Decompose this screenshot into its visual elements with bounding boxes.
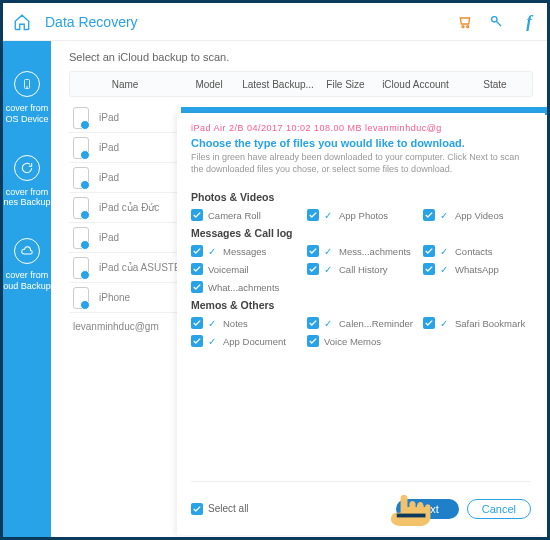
th-account[interactable]: iCloud Account bbox=[373, 79, 458, 90]
device-icon bbox=[73, 287, 89, 309]
th-name[interactable]: Name bbox=[70, 79, 180, 90]
file-type-option[interactable]: ✓App Photos bbox=[307, 209, 415, 221]
group-title: Messages & Call log bbox=[191, 227, 531, 239]
th-model[interactable]: Model bbox=[180, 79, 238, 90]
th-latest[interactable]: Latest Backup... bbox=[238, 79, 318, 90]
row-name: iPad bbox=[99, 112, 119, 123]
file-type-option[interactable]: Voicemail bbox=[191, 263, 299, 275]
file-type-option[interactable]: ✓Mess...achments bbox=[307, 245, 415, 257]
cancel-button[interactable]: Cancel bbox=[467, 499, 531, 519]
svg-point-4 bbox=[27, 87, 28, 88]
checkbox-icon bbox=[423, 317, 435, 329]
sidebar-item-icloud-backup[interactable]: cover from oud Backup bbox=[3, 238, 51, 292]
body: cover from OS Device cover from nes Back… bbox=[3, 41, 547, 537]
file-type-option[interactable]: ✓Contacts bbox=[423, 245, 531, 257]
option-label: WhatsApp bbox=[455, 264, 499, 275]
file-type-option[interactable]: ✓Calen...Reminder bbox=[307, 317, 415, 329]
downloaded-tick-icon: ✓ bbox=[208, 246, 216, 257]
file-type-option[interactable]: ✓Call History bbox=[307, 263, 415, 275]
dialog-subtitle: Files in green have already been downloa… bbox=[191, 152, 531, 175]
downloaded-tick-icon: ✓ bbox=[440, 246, 448, 257]
table-header: Name Model Latest Backup... File Size iC… bbox=[69, 71, 533, 97]
next-button[interactable]: Next bbox=[396, 499, 459, 519]
downloaded-tick-icon: ✓ bbox=[440, 318, 448, 329]
file-type-option[interactable]: ✓WhatsApp bbox=[423, 263, 531, 275]
checkbox-icon bbox=[191, 317, 203, 329]
dialog-footer: Select all Next Cancel bbox=[191, 481, 531, 525]
instruction-text: Select an iCloud backup to scan. bbox=[69, 51, 533, 63]
download-dialog: iPad Air 2/B 04/2017 10:02 108.00 MB lev… bbox=[177, 113, 545, 535]
downloaded-tick-icon: ✓ bbox=[324, 318, 332, 329]
device-icon bbox=[73, 197, 89, 219]
option-label: Notes bbox=[223, 318, 248, 329]
checkbox-icon bbox=[423, 245, 435, 257]
select-all-label: Select all bbox=[208, 503, 249, 514]
checkbox-icon bbox=[307, 245, 319, 257]
option-label: What...achments bbox=[208, 282, 279, 293]
option-groups: Photos & VideosCamera Roll✓App Photos✓Ap… bbox=[191, 185, 531, 351]
checkbox-icon bbox=[191, 503, 203, 515]
header-actions: f bbox=[457, 14, 537, 30]
file-type-option[interactable]: ✓App Document bbox=[191, 335, 299, 347]
selected-backup-row: iPad Air 2/B 04/2017 10:02 108.00 MB lev… bbox=[191, 123, 531, 133]
main-panel: Select an iCloud backup to scan. Name Mo… bbox=[51, 41, 547, 537]
file-type-option[interactable]: Camera Roll bbox=[191, 209, 299, 221]
dialog-title: Choose the type of files you would like … bbox=[191, 137, 531, 149]
checkbox-icon bbox=[307, 263, 319, 275]
refresh-icon bbox=[14, 155, 40, 181]
sidebar-item-label: cover from OS Device bbox=[3, 103, 51, 125]
downloaded-tick-icon: ✓ bbox=[440, 210, 448, 221]
group-title: Photos & Videos bbox=[191, 191, 531, 203]
downloaded-tick-icon: ✓ bbox=[208, 318, 216, 329]
checkbox-icon bbox=[191, 245, 203, 257]
option-label: App Document bbox=[223, 336, 286, 347]
options-grid: ✓Messages✓Mess...achments✓ContactsVoicem… bbox=[191, 245, 531, 293]
options-grid: ✓Notes✓Calen...Reminder✓Safari Bookmark✓… bbox=[191, 317, 531, 347]
svg-point-2 bbox=[492, 16, 497, 21]
key-icon[interactable] bbox=[489, 14, 505, 30]
row-name: iPad bbox=[99, 172, 119, 183]
select-all-checkbox[interactable]: Select all bbox=[191, 503, 249, 515]
cart-icon[interactable] bbox=[457, 14, 473, 30]
th-size[interactable]: File Size bbox=[318, 79, 373, 90]
header: Data Recovery f bbox=[3, 3, 547, 41]
row-name: iPhone bbox=[99, 292, 130, 303]
option-label: Calen...Reminder bbox=[339, 318, 413, 329]
checkbox-icon bbox=[191, 263, 203, 275]
page-title: Data Recovery bbox=[45, 14, 457, 30]
th-state[interactable]: State bbox=[458, 79, 532, 90]
file-type-option[interactable]: ✓Messages bbox=[191, 245, 299, 257]
option-label: Safari Bookmark bbox=[455, 318, 525, 329]
option-label: Voice Memos bbox=[324, 336, 381, 347]
row-name: iPad của Đức bbox=[99, 202, 159, 213]
downloaded-tick-icon: ✓ bbox=[324, 210, 332, 221]
file-type-option[interactable]: Voice Memos bbox=[307, 335, 415, 347]
downloaded-tick-icon: ✓ bbox=[324, 246, 332, 257]
checkbox-icon bbox=[423, 209, 435, 221]
option-label: App Videos bbox=[455, 210, 503, 221]
home-icon[interactable] bbox=[13, 13, 31, 31]
file-type-option[interactable]: ✓Notes bbox=[191, 317, 299, 329]
file-type-option[interactable]: ✓App Videos bbox=[423, 209, 531, 221]
sidebar-item-ios-device[interactable]: cover from OS Device bbox=[3, 71, 51, 125]
downloaded-tick-icon: ✓ bbox=[324, 264, 332, 275]
sidebar-item-itunes-backup[interactable]: cover from nes Backup bbox=[3, 155, 51, 209]
file-type-option[interactable]: ✓Safari Bookmark bbox=[423, 317, 531, 329]
option-label: Camera Roll bbox=[208, 210, 261, 221]
sidebar: cover from OS Device cover from nes Back… bbox=[3, 41, 51, 537]
checkbox-icon bbox=[191, 209, 203, 221]
checkbox-icon bbox=[191, 335, 203, 347]
sidebar-item-label: cover from nes Backup bbox=[3, 187, 51, 209]
option-label: Call History bbox=[339, 264, 388, 275]
app-window: Data Recovery f cover from OS Device cov… bbox=[0, 0, 550, 540]
cloud-icon bbox=[14, 238, 40, 264]
option-label: Voicemail bbox=[208, 264, 249, 275]
sidebar-item-label: cover from oud Backup bbox=[3, 270, 51, 292]
checkbox-icon bbox=[307, 209, 319, 221]
file-type-option[interactable]: What...achments bbox=[191, 281, 299, 293]
checkbox-icon bbox=[191, 281, 203, 293]
device-icon bbox=[73, 107, 89, 129]
option-label: Messages bbox=[223, 246, 266, 257]
facebook-icon[interactable]: f bbox=[521, 14, 537, 30]
downloaded-tick-icon: ✓ bbox=[208, 336, 216, 347]
